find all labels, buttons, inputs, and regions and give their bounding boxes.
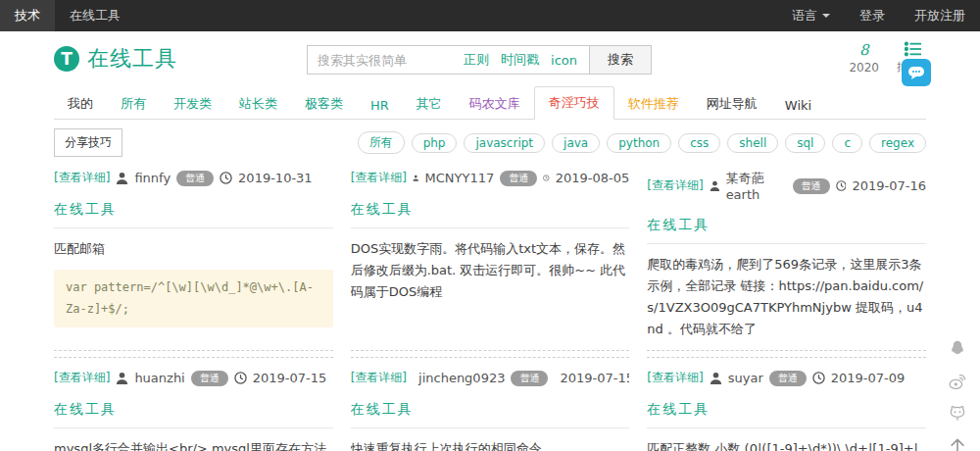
post-date: 2019-08-05 (556, 171, 630, 185)
user-level-badge: 普通 (793, 178, 830, 194)
page-title: 在线工具 (87, 44, 177, 74)
tag-python[interactable]: python (607, 133, 671, 153)
tab-hr[interactable]: HR (357, 91, 403, 120)
card-body: 匹配邮箱 (54, 238, 333, 260)
code-line: var pattern=/^[\w][\w\d_]*@\w+\.[A-Za-z]… (66, 280, 314, 316)
post-date: 2019-07-15 (253, 371, 327, 385)
topnav-online-tools[interactable]: 在线工具 (55, 0, 135, 31)
user-level-badge: 普通 (511, 371, 548, 386)
floating-share-bar (948, 339, 967, 451)
tab-all[interactable]: 所有 (107, 88, 160, 120)
card-body: 匹配正整数 小数 (0|([1-9]+\d*))\.\d+|[1-9]+|0 (647, 438, 926, 451)
divider (54, 427, 333, 428)
language-label: 语言 (792, 7, 817, 25)
user-level-badge: 普通 (769, 371, 807, 386)
divider (351, 227, 630, 228)
topnav-register[interactable]: 开放注册 (900, 0, 980, 31)
chevron-down-icon (822, 14, 830, 18)
tag-javascript[interactable]: javascript (464, 133, 545, 153)
top-navbar: 技术 在线工具 语言 登录 开放注册 (0, 0, 980, 31)
username[interactable]: finnfy (134, 171, 171, 185)
username[interactable]: huanzhi (134, 371, 184, 385)
post-date: 2019-07-16 (852, 178, 926, 193)
username[interactable]: MCNYY117 (425, 171, 495, 185)
tab-tricks[interactable]: 奇淫巧技 (534, 86, 614, 120)
tag-java[interactable]: java (552, 133, 600, 153)
tag-regex[interactable]: regex (869, 133, 926, 153)
tab-url-nav[interactable]: 网址导航 (693, 88, 771, 120)
quick-link-regex[interactable]: 正则 (464, 51, 489, 69)
card-title[interactable]: 在线工具 (647, 217, 926, 234)
count-number: 8 (849, 41, 879, 59)
username[interactable]: jincheng0923 (418, 371, 505, 385)
view-detail-link[interactable]: [查看详细] (647, 370, 703, 386)
site-logo-icon: T (54, 46, 79, 72)
user-level-badge: 普通 (191, 371, 228, 386)
chat-bubble-icon (907, 65, 925, 80)
github-icon[interactable] (948, 404, 967, 424)
quick-link-icon[interactable]: icon (551, 53, 577, 68)
user-level-badge: 普通 (176, 171, 214, 186)
code-block: var pattern=/^[\w][\w\d_]*@\w+\.[A-Za-z]… (54, 270, 333, 327)
site-header: T 在线工具 正则 时间戳 icon 搜索 8 2020 排行榜 (0, 31, 980, 90)
card-title[interactable]: 在线工具 (54, 401, 333, 419)
tag-php[interactable]: php (412, 133, 458, 153)
username[interactable]: suyar (728, 371, 763, 385)
tab-doc-library[interactable]: 码农文库 (456, 88, 534, 120)
card-title[interactable]: 在线工具 (351, 201, 630, 219)
share-trick-button[interactable]: 分享技巧 (54, 128, 122, 157)
view-detail-link[interactable]: [查看详细] (351, 370, 407, 386)
tab-mine[interactable]: 我的 (54, 88, 107, 120)
view-detail-link[interactable]: [查看详细] (351, 170, 407, 186)
clock-icon (220, 172, 232, 184)
weibo-icon[interactable] (948, 372, 967, 391)
category-tabs: 我的 所有 开发类 站长类 极客类 HR 其它 码农文库 奇淫巧技 软件推荐 网… (54, 90, 926, 120)
back-to-top-icon[interactable] (948, 436, 967, 451)
search-input[interactable] (308, 46, 464, 74)
feedback-chat-button[interactable] (902, 59, 931, 86)
count-year: 2020 (849, 61, 879, 75)
tag-all[interactable]: 所有 (358, 131, 405, 154)
trick-card: [查看详细] suyar 普通 2019-07-09 在线工具 匹配正整数 小数… (647, 357, 926, 451)
view-detail-link[interactable]: [查看详细] (54, 370, 110, 386)
trick-card: [查看详细] jincheng0923 普通 2019-07-15 在线工具 快… (351, 357, 630, 451)
tag-css[interactable]: css (678, 133, 720, 153)
card-body: 爬取的毒鸡汤，爬到了569条记录，这里展示3条示例，全部记录 链接：https:… (647, 254, 926, 340)
card-title[interactable]: 在线工具 (351, 401, 630, 419)
clock-icon (812, 372, 825, 384)
divider (647, 427, 926, 428)
card-body: 快速重复执行上次执行的相同命令 (351, 438, 630, 451)
card-title[interactable]: 在线工具 (647, 401, 926, 419)
username[interactable]: 某奇葩earth (726, 170, 787, 202)
trick-card: [查看详细] huanzhi 普通 2019-07-15 在线工具 mysql多… (54, 357, 333, 451)
tab-webmaster[interactable]: 站长类 (225, 88, 291, 120)
tag-sql[interactable]: sql (785, 133, 825, 153)
divider (54, 227, 333, 228)
trick-card: [查看详细] 某奇葩earth 普通 2019-07-16 在线工具 爬取的毒鸡… (647, 170, 926, 351)
brand[interactable]: T 在线工具 (54, 44, 177, 74)
topnav-tech[interactable]: 技术 (0, 0, 55, 31)
card-body: mysql多行合并输出<br/> mysql里面存在方法 group_conca… (54, 438, 333, 451)
tab-wiki[interactable]: Wiki (771, 91, 825, 120)
tab-software[interactable]: 软件推荐 (614, 88, 693, 120)
tab-dev[interactable]: 开发类 (160, 88, 225, 120)
quick-link-timestamp[interactable]: 时间戳 (501, 51, 539, 69)
user-icon (710, 179, 720, 192)
divider (647, 243, 926, 244)
view-detail-link[interactable]: [查看详细] (647, 177, 703, 194)
view-detail-link[interactable]: [查看详细] (54, 170, 110, 186)
user-icon (710, 372, 722, 384)
trick-card: [查看详细] finnfy 普通 2019-10-31 在线工具 匹配邮箱 va… (54, 170, 333, 351)
topnav-login[interactable]: 登录 (845, 0, 900, 31)
clock-icon (836, 179, 847, 192)
search-button[interactable]: 搜索 (589, 46, 651, 74)
tag-c[interactable]: c (832, 133, 862, 153)
tag-shell[interactable]: shell (727, 133, 778, 153)
qq-icon[interactable] (948, 339, 967, 359)
year-count-widget[interactable]: 8 2020 (849, 41, 879, 75)
topnav-language-menu[interactable]: 语言 (777, 0, 845, 31)
card-title[interactable]: 在线工具 (54, 201, 333, 219)
tab-geek[interactable]: 极客类 (291, 88, 357, 120)
trick-card: [查看详细] MCNYY117 普通 2019-08-05 在线工具 DOS实现… (351, 170, 630, 351)
tab-other[interactable]: 其它 (403, 88, 456, 120)
